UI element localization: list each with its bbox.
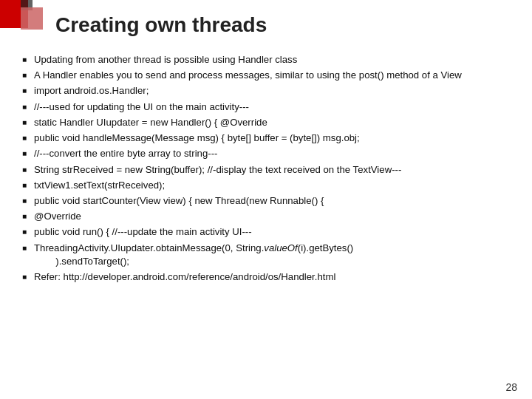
list-item-text: Updating from another thread is possible… (34, 53, 517, 66)
list-item: ■ static Handler UIupdater = new Handler… (22, 116, 517, 129)
list-item-text: Refer: http://developer.android.com/refe… (34, 270, 517, 284)
bullet-icon: ■ (22, 272, 34, 282)
list-item: ■ String strReceived = new String(buffer… (22, 163, 517, 177)
list-item: ■ import android.os.Handler; (22, 84, 517, 98)
bullet-icon: ■ (22, 149, 34, 159)
list-item: ■ public void startCounter(View view) { … (22, 194, 517, 208)
bullet-icon: ■ (22, 180, 34, 191)
bullet-icon: ■ (22, 133, 34, 143)
bullet-list: ■ Updating from another thread is possib… (22, 53, 517, 284)
list-item: ■ public void run() { //---update the ma… (22, 225, 517, 239)
bullet-icon: ■ (22, 102, 34, 112)
list-item: ■ Updating from another thread is possib… (22, 53, 517, 66)
list-item-text: @Override (34, 210, 517, 223)
list-item: ■ @Override (22, 210, 517, 223)
bullet-icon: ■ (22, 117, 34, 128)
list-item-text: txtView1.setText(strReceived); (34, 179, 517, 192)
list-item: ■ //---convert the entire byte array to … (22, 147, 517, 160)
corner-decoration (0, 0, 52, 44)
bullet-icon: ■ (22, 55, 34, 65)
list-item-text: public void handleMessage(Message msg) {… (34, 132, 517, 145)
square-pink (21, 7, 43, 30)
list-item-text: import android.os.Handler; (34, 84, 517, 98)
bullet-icon: ■ (22, 227, 34, 237)
bullet-icon: ■ (22, 243, 34, 253)
page-number: 28 (505, 381, 517, 393)
slide-title: Creating own threads (55, 13, 267, 37)
content-area: ■ Updating from another thread is possib… (22, 53, 517, 369)
list-item: ■ Refer: http://developer.android.com/re… (22, 270, 517, 284)
list-item: ■ public void handleMessage(Message msg)… (22, 132, 517, 145)
bullet-icon: ■ (22, 86, 34, 96)
list-item: ■ A Handler enables you to send and proc… (22, 69, 517, 82)
list-item-text: public void startCounter(View view) { ne… (34, 194, 517, 208)
list-item: ■ txtView1.setText(strReceived); (22, 179, 517, 192)
list-item-text: static Handler UIupdater = new Handler()… (34, 116, 517, 129)
list-item-text: public void run() { //---update the main… (34, 225, 517, 239)
bullet-icon: ■ (22, 70, 34, 81)
list-item-text: String strReceived = new String(buffer);… (34, 163, 517, 177)
bullet-icon: ■ (22, 165, 34, 175)
list-item-text: ThreadingActivity.UIupdater.obtainMessag… (34, 242, 517, 268)
bullet-icon: ■ (22, 196, 34, 206)
list-item: ■ ThreadingActivity.UIupdater.obtainMess… (22, 242, 517, 268)
list-item-text: //---used for updating the UI on the mai… (34, 100, 517, 114)
list-item-text: //---convert the entire byte array to st… (34, 147, 517, 160)
bullet-icon: ■ (22, 211, 34, 222)
list-item: ■ //---used for updating the UI on the m… (22, 100, 517, 114)
list-item-text: A Handler enables you to send and proces… (34, 69, 517, 82)
